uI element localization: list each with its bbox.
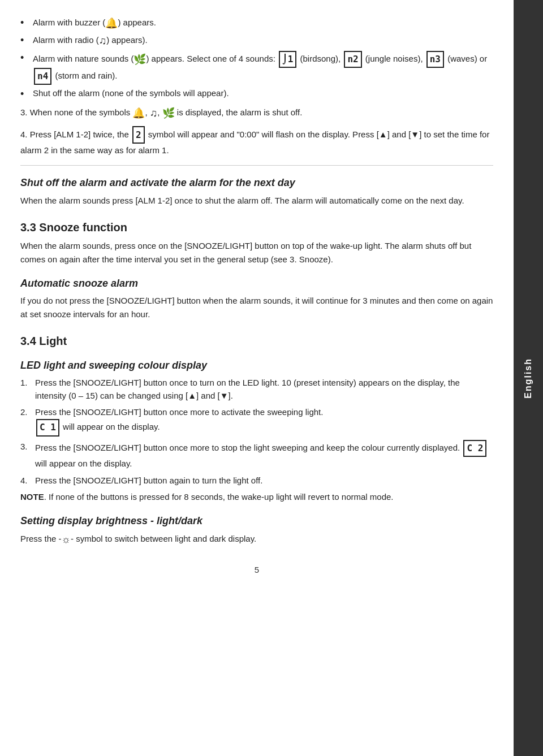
c2-symbol: C 2 xyxy=(463,440,486,457)
radio-icon: ♫ xyxy=(99,35,107,46)
brightness-body: Press the -☼- symbol to switch between l… xyxy=(20,532,493,548)
sound-symbol-2: n2 xyxy=(344,51,361,68)
bullet-icon: • xyxy=(20,50,33,66)
light-heading: 3.4 Light xyxy=(20,334,493,348)
list-item: • Alarm with nature sounds (🌿) appears. … xyxy=(20,51,493,85)
shut-off-body: When the alarm sounds press [ALM 1-2] on… xyxy=(20,194,493,208)
alarm2-symbol: 2 xyxy=(132,126,145,144)
light-step-2: 2. Press the [SNOOZE/LIGHT] button once … xyxy=(20,405,493,436)
light-steps: 1. Press the [SNOOZE/LIGHT] button once … xyxy=(20,376,493,487)
light-step-4: 4. Press the [SNOOZE/LIGHT] button again… xyxy=(20,474,493,487)
auto-snooze-body: If you do not press the [SNOOZE/LIGHT] b… xyxy=(20,294,493,321)
sidebar: English xyxy=(514,0,543,756)
step-num: 3. xyxy=(20,440,35,453)
step-num: 2. xyxy=(20,405,35,418)
note-block: NOTE. If none of the buttons is pressed … xyxy=(20,490,493,504)
symbol-leaf: 🌿 xyxy=(162,107,175,119)
item-4: 4. Press [ALM 1-2] twice, the 2 symbol w… xyxy=(20,126,493,158)
divider xyxy=(20,165,493,166)
light-step-3: 3. Press the [SNOOZE/LIGHT] button once … xyxy=(20,440,493,470)
sound-symbol-4: n4 xyxy=(34,68,51,85)
page-number: 5 xyxy=(20,565,493,574)
step-num: 1. xyxy=(20,376,35,389)
c1-symbol: C 1 xyxy=(36,419,59,437)
bullet-icon: • xyxy=(20,15,33,31)
list-item: • Alarm with buzzer (🔔) appears. xyxy=(20,16,493,31)
step-text: Press the [SNOOZE/LIGHT] button once mor… xyxy=(35,440,493,470)
step-num: 4. xyxy=(20,474,35,487)
bullet-text: Alarm with buzzer (🔔) appears. xyxy=(33,16,493,31)
snooze-heading: 3.3 Snooze function xyxy=(20,220,493,235)
list-item: • Alarm with radio (♫) appears). xyxy=(20,33,493,49)
page-container: • Alarm with buzzer (🔔) appears. • Alarm… xyxy=(0,0,543,756)
bullet-text: Alarm with nature sounds (🌿) appears. Se… xyxy=(33,51,493,85)
step-text: Press the [SNOOZE/LIGHT] button once to … xyxy=(35,376,493,403)
note-text: . If none of the buttons is pressed for … xyxy=(44,492,394,502)
step-text: Press the [SNOOZE/LIGHT] button again to… xyxy=(35,474,493,487)
sound-symbol-3: n3 xyxy=(426,51,444,68)
auto-snooze-title: Automatic snooze alarm xyxy=(20,277,493,291)
sidebar-label: English xyxy=(523,358,533,399)
bullet-list: • Alarm with buzzer (🔔) appears. • Alarm… xyxy=(20,16,493,102)
brightness-icon: ☼ xyxy=(62,534,71,545)
list-item: • Shut off the alarm (none of the symbol… xyxy=(20,87,493,102)
buzzer-icon: 🔔 xyxy=(105,18,118,29)
bullet-icon: • xyxy=(20,33,33,48)
step-text: Press the [SNOOZE/LIGHT] button once mor… xyxy=(35,405,493,436)
light-subtitle: LED light and sweeping colour display xyxy=(20,358,493,373)
bullet-icon: • xyxy=(20,87,33,102)
sound-symbol-1: ⌡1 xyxy=(279,51,296,68)
shut-off-title: Shut off the alarm and activate the alar… xyxy=(20,176,493,190)
snooze-body: When the alarm sounds, press once on the… xyxy=(20,239,493,266)
symbol-music: ♫ xyxy=(150,107,158,119)
item-3-num: 3. xyxy=(20,107,28,117)
bullet-text: Alarm with radio (♫) appears). xyxy=(33,33,493,49)
item-4-num: 4. xyxy=(20,129,28,139)
main-content: • Alarm with buzzer (🔔) appears. • Alarm… xyxy=(0,0,514,756)
nature-icon: 🌿 xyxy=(133,54,146,65)
symbol-bell: 🔔 xyxy=(132,107,145,119)
bullet-text: Shut off the alarm (none of the symbols … xyxy=(33,87,493,100)
light-step-1: 1. Press the [SNOOZE/LIGHT] button once … xyxy=(20,376,493,403)
note-label: NOTE xyxy=(20,492,44,502)
brightness-title: Setting display brightness - light/dark xyxy=(20,514,493,528)
item-3: 3. When none of the symbols 🔔, ♫, 🌿 is d… xyxy=(20,105,493,122)
